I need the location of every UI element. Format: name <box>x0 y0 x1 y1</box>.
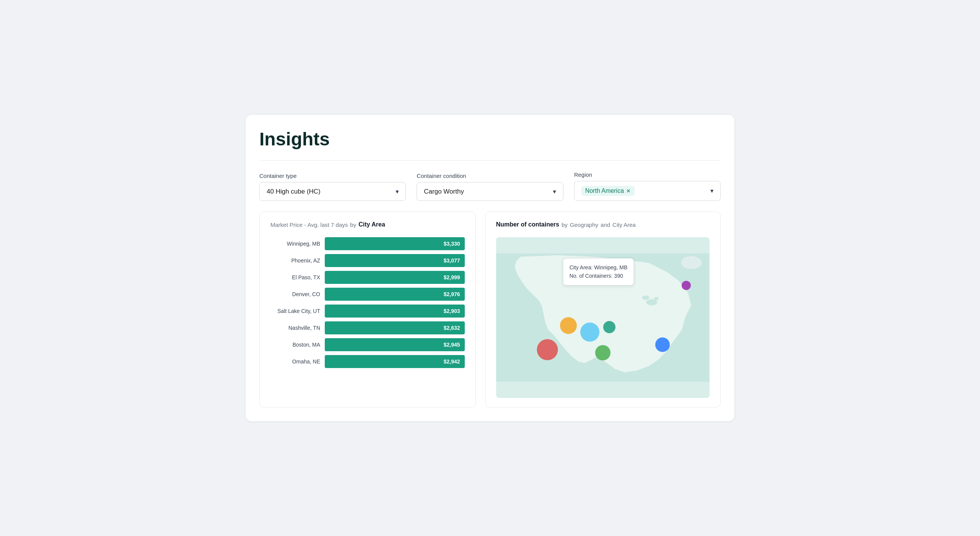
bar-track: $2,945 <box>325 338 465 351</box>
bar-track: $2,903 <box>325 305 465 318</box>
map-bubble-nashville[interactable] <box>595 345 610 360</box>
map-chart-title: Number of containers by Geography and Ci… <box>496 221 710 228</box>
bar-city-label: Winnipeg, MB <box>270 241 320 247</box>
bar-value: $2,999 <box>444 274 460 280</box>
tooltip-containers-label: No. of Containers: <box>570 273 613 279</box>
svg-point-2 <box>642 296 649 300</box>
bar-chart-title-bold: City Area <box>358 221 385 228</box>
bar-row: Boston, MA$2,945 <box>270 338 465 351</box>
bar-value: $2,632 <box>444 325 460 331</box>
tooltip-containers-line: No. of Containers: 390 <box>570 272 628 280</box>
container-type-filter: Container type 40 High cube (HC) 20 Stan… <box>259 173 406 201</box>
svg-point-4 <box>680 256 702 269</box>
map-chart-panel: Number of containers by Geography and Ci… <box>485 212 721 407</box>
bar-rows-container: Winnipeg, MB$3,330Phoenix, AZ$3,077El Pa… <box>270 237 465 368</box>
region-tag: North America ✕ <box>581 186 635 196</box>
bar-city-label: Salt Lake City, UT <box>270 308 320 314</box>
svg-point-1 <box>646 299 657 305</box>
charts-row: Market Price - Avg. last 7 days by City … <box>259 212 721 407</box>
map-container: City Area: Winnipeg, MB No. of Container… <box>496 237 710 398</box>
tooltip-city-value: Winnipeg, MB <box>594 264 627 270</box>
map-tooltip: City Area: Winnipeg, MB No. of Container… <box>563 258 634 285</box>
filters-row: Container type 40 High cube (HC) 20 Stan… <box>259 171 721 201</box>
bar-city-label: Nashville, TN <box>270 325 320 331</box>
map-bubble-los_angeles[interactable] <box>537 339 558 360</box>
bar-row: Denver, CO$2,976 <box>270 288 465 301</box>
bar-city-label: Denver, CO <box>270 291 320 297</box>
bar-track: $3,077 <box>325 254 465 267</box>
container-type-select-wrapper: 40 High cube (HC) 20 Standard 40 Standar… <box>259 182 406 201</box>
bar-city-label: Phoenix, AZ <box>270 257 320 264</box>
map-bubble-slc[interactable] <box>603 321 615 333</box>
bar-chart-title-prefix: Market Price - Avg. last 7 days <box>270 222 348 228</box>
bar-row: El Paso, TX$2,999 <box>270 271 465 284</box>
container-condition-filter: Container condition Cargo Worthy New Win… <box>417 173 563 201</box>
bar-chart-panel: Market Price - Avg. last 7 days by City … <box>259 212 476 407</box>
bar-track: $2,942 <box>325 355 465 368</box>
container-condition-label: Container condition <box>417 173 563 179</box>
bar-value: $2,942 <box>444 358 460 365</box>
map-chart-title-and: and <box>601 222 610 228</box>
map-chart-title-by: by <box>562 222 568 228</box>
page-title: Insights <box>259 129 721 150</box>
tooltip-city-line: City Area: Winnipeg, MB <box>570 263 628 272</box>
bar-track: $2,976 <box>325 288 465 301</box>
map-chart-title-prefix: Number of containers <box>496 221 559 228</box>
map-bubble-boston[interactable] <box>655 337 670 352</box>
container-condition-select-wrapper: Cargo Worthy New Wind & Water Tight As I… <box>417 182 563 201</box>
bar-row: Phoenix, AZ$3,077 <box>270 254 465 267</box>
bar-track: $3,330 <box>325 237 465 250</box>
map-bubble-denver[interactable] <box>580 323 599 342</box>
bar-row: Nashville, TN$2,632 <box>270 321 465 334</box>
map-bubble-northeast[interactable] <box>682 281 691 290</box>
bar-row: Salt Lake City, UT$2,903 <box>270 305 465 318</box>
bar-row: Winnipeg, MB$3,330 <box>270 237 465 250</box>
bar-track: $2,632 <box>325 321 465 334</box>
container-type-label: Container type <box>259 173 406 179</box>
bar-value: $2,945 <box>444 342 460 348</box>
region-tag-value: North America <box>585 187 624 194</box>
divider <box>259 160 721 161</box>
bar-city-label: El Paso, TX <box>270 274 320 280</box>
bar-row: Omaha, NE$2,942 <box>270 355 465 368</box>
bar-value: $2,903 <box>444 308 460 314</box>
svg-point-3 <box>654 297 659 300</box>
bar-value: $3,330 <box>444 241 460 247</box>
bar-value: $3,077 <box>444 257 460 264</box>
bar-city-label: Omaha, NE <box>270 358 320 365</box>
bar-chart-title-by: by <box>350 222 356 228</box>
region-label: Region <box>574 171 721 178</box>
bar-city-label: Boston, MA <box>270 342 320 348</box>
region-select-display[interactable]: North America ✕ <box>574 181 721 201</box>
bar-track: $2,999 <box>325 271 465 284</box>
tooltip-city-label: City Area: <box>570 264 593 270</box>
tooltip-containers-value: 390 <box>614 273 623 279</box>
main-card: Insights Container type 40 High cube (HC… <box>245 114 735 422</box>
map-chart-title-geography: Geography <box>570 222 598 228</box>
region-tag-remove-button[interactable]: ✕ <box>626 188 631 194</box>
map-bubble-phoenix[interactable] <box>560 317 577 334</box>
bar-value: $2,976 <box>444 291 460 297</box>
map-chart-title-city: City Area <box>612 222 636 228</box>
region-filter: Region North America ✕ ▼ <box>574 171 721 201</box>
container-condition-select[interactable]: Cargo Worthy New Wind & Water Tight As I… <box>417 182 563 201</box>
bar-chart-title: Market Price - Avg. last 7 days by City … <box>270 221 465 228</box>
region-select-wrapper[interactable]: North America ✕ ▼ <box>574 181 721 201</box>
container-type-select[interactable]: 40 High cube (HC) 20 Standard 40 Standar… <box>259 182 406 201</box>
